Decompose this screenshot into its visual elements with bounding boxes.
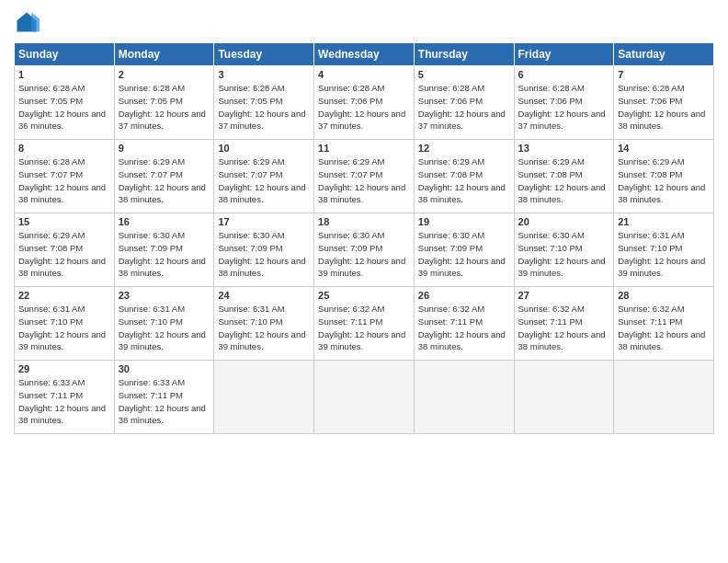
day-info: Sunrise: 6:31 AMSunset: 7:10 PMDaylight:… [18, 303, 110, 353]
day-cell: 27Sunrise: 6:32 AMSunset: 7:11 PMDayligh… [514, 287, 614, 361]
day-info: Sunrise: 6:30 AMSunset: 7:10 PMDaylight:… [518, 229, 610, 280]
col-friday: Friday [514, 43, 614, 66]
col-thursday: Thursday [414, 43, 514, 66]
day-cell: 10Sunrise: 6:29 AMSunset: 7:07 PMDayligh… [214, 140, 314, 213]
day-info: Sunrise: 6:30 AMSunset: 7:09 PMDaylight:… [218, 229, 310, 280]
col-wednesday: Wednesday [314, 43, 415, 66]
day-number: 24 [218, 290, 310, 301]
day-number: 26 [418, 290, 510, 301]
day-number: 19 [418, 216, 510, 227]
day-info: Sunrise: 6:29 AMSunset: 7:07 PMDaylight:… [318, 155, 410, 206]
day-number: 12 [418, 143, 510, 154]
day-cell [614, 361, 714, 434]
day-info: Sunrise: 6:28 AMSunset: 7:05 PMDaylight:… [18, 82, 110, 132]
day-cell: 28Sunrise: 6:32 AMSunset: 7:11 PMDayligh… [614, 287, 714, 361]
day-cell: 22Sunrise: 6:31 AMSunset: 7:10 PMDayligh… [15, 287, 115, 361]
day-info: Sunrise: 6:30 AMSunset: 7:09 PMDaylight:… [418, 229, 510, 280]
day-number: 18 [318, 216, 410, 227]
day-info: Sunrise: 6:33 AMSunset: 7:11 PMDaylight:… [18, 376, 110, 427]
day-cell: 8Sunrise: 6:28 AMSunset: 7:07 PMDaylight… [15, 140, 115, 213]
day-info: Sunrise: 6:31 AMSunset: 7:10 PMDaylight:… [119, 303, 210, 353]
day-number: 1 [18, 69, 110, 80]
day-number: 16 [119, 216, 210, 227]
day-number: 5 [418, 69, 510, 80]
day-cell: 15Sunrise: 6:29 AMSunset: 7:08 PMDayligh… [15, 213, 115, 287]
day-info: Sunrise: 6:28 AMSunset: 7:06 PMDaylight:… [418, 82, 510, 132]
week-row-5: 29Sunrise: 6:33 AMSunset: 7:11 PMDayligh… [15, 361, 714, 434]
day-number: 9 [119, 143, 210, 154]
week-row-3: 15Sunrise: 6:29 AMSunset: 7:08 PMDayligh… [15, 213, 714, 287]
day-number: 10 [218, 143, 310, 154]
day-number: 22 [18, 290, 110, 301]
col-saturday: Saturday [614, 43, 714, 66]
calendar-page: Sunday Monday Tuesday Wednesday Thursday… [0, 0, 728, 563]
day-info: Sunrise: 6:31 AMSunset: 7:10 PMDaylight:… [618, 229, 710, 280]
week-row-1: 1Sunrise: 6:28 AMSunset: 7:05 PMDaylight… [15, 66, 714, 140]
logo [14, 9, 43, 35]
day-cell [514, 361, 614, 434]
day-info: Sunrise: 6:32 AMSunset: 7:11 PMDaylight:… [518, 303, 610, 353]
day-info: Sunrise: 6:29 AMSunset: 7:07 PMDaylight:… [119, 155, 210, 206]
day-cell: 5Sunrise: 6:28 AMSunset: 7:06 PMDaylight… [414, 66, 514, 140]
day-number: 29 [18, 363, 110, 374]
day-number: 30 [119, 363, 210, 374]
day-number: 11 [318, 143, 410, 154]
day-number: 2 [119, 69, 210, 80]
day-cell: 11Sunrise: 6:29 AMSunset: 7:07 PMDayligh… [314, 140, 415, 213]
day-number: 15 [18, 216, 110, 227]
day-info: Sunrise: 6:30 AMSunset: 7:09 PMDaylight:… [119, 229, 210, 280]
day-cell: 29Sunrise: 6:33 AMSunset: 7:11 PMDayligh… [15, 361, 115, 434]
day-info: Sunrise: 6:28 AMSunset: 7:06 PMDaylight:… [318, 82, 410, 132]
day-info: Sunrise: 6:29 AMSunset: 7:08 PMDaylight:… [518, 155, 610, 206]
day-number: 25 [318, 290, 410, 301]
day-number: 21 [618, 216, 710, 227]
day-cell [414, 361, 514, 434]
day-cell [214, 361, 314, 434]
day-number: 28 [618, 290, 710, 301]
day-info: Sunrise: 6:29 AMSunset: 7:08 PMDaylight:… [618, 155, 710, 206]
svg-marker-1 [31, 13, 40, 32]
day-cell: 16Sunrise: 6:30 AMSunset: 7:09 PMDayligh… [114, 213, 214, 287]
day-cell: 2Sunrise: 6:28 AMSunset: 7:05 PMDaylight… [114, 66, 214, 140]
day-cell: 18Sunrise: 6:30 AMSunset: 7:09 PMDayligh… [314, 213, 415, 287]
calendar-body: 1Sunrise: 6:28 AMSunset: 7:05 PMDaylight… [15, 66, 714, 434]
day-cell: 1Sunrise: 6:28 AMSunset: 7:05 PMDaylight… [15, 66, 115, 140]
day-cell: 26Sunrise: 6:32 AMSunset: 7:11 PMDayligh… [414, 287, 514, 361]
calendar-header: Sunday Monday Tuesday Wednesday Thursday… [15, 43, 714, 66]
day-number: 6 [518, 69, 610, 80]
header-row: Sunday Monday Tuesday Wednesday Thursday… [15, 43, 714, 66]
day-cell [314, 361, 415, 434]
day-info: Sunrise: 6:28 AMSunset: 7:06 PMDaylight:… [618, 82, 710, 132]
day-cell: 20Sunrise: 6:30 AMSunset: 7:10 PMDayligh… [514, 213, 614, 287]
day-number: 4 [318, 69, 410, 80]
logo-icon [14, 9, 40, 35]
col-monday: Monday [114, 43, 214, 66]
day-cell: 6Sunrise: 6:28 AMSunset: 7:06 PMDaylight… [514, 66, 614, 140]
day-info: Sunrise: 6:28 AMSunset: 7:05 PMDaylight:… [119, 82, 210, 132]
day-number: 14 [618, 143, 710, 154]
day-number: 23 [119, 290, 210, 301]
col-tuesday: Tuesday [214, 43, 314, 66]
day-info: Sunrise: 6:29 AMSunset: 7:08 PMDaylight:… [418, 155, 510, 206]
day-info: Sunrise: 6:32 AMSunset: 7:11 PMDaylight:… [418, 303, 510, 353]
day-cell: 25Sunrise: 6:32 AMSunset: 7:11 PMDayligh… [314, 287, 415, 361]
col-sunday: Sunday [15, 43, 115, 66]
day-cell: 13Sunrise: 6:29 AMSunset: 7:08 PMDayligh… [514, 140, 614, 213]
day-cell: 23Sunrise: 6:31 AMSunset: 7:10 PMDayligh… [114, 287, 214, 361]
week-row-4: 22Sunrise: 6:31 AMSunset: 7:10 PMDayligh… [15, 287, 714, 361]
day-info: Sunrise: 6:30 AMSunset: 7:09 PMDaylight:… [318, 229, 410, 280]
week-row-2: 8Sunrise: 6:28 AMSunset: 7:07 PMDaylight… [15, 140, 714, 213]
day-cell: 30Sunrise: 6:33 AMSunset: 7:11 PMDayligh… [114, 361, 214, 434]
day-info: Sunrise: 6:29 AMSunset: 7:07 PMDaylight:… [218, 155, 310, 206]
day-number: 20 [518, 216, 610, 227]
day-number: 17 [218, 216, 310, 227]
day-cell: 14Sunrise: 6:29 AMSunset: 7:08 PMDayligh… [614, 140, 714, 213]
day-info: Sunrise: 6:32 AMSunset: 7:11 PMDaylight:… [618, 303, 710, 353]
day-cell: 24Sunrise: 6:31 AMSunset: 7:10 PMDayligh… [214, 287, 314, 361]
day-info: Sunrise: 6:28 AMSunset: 7:06 PMDaylight:… [518, 82, 610, 132]
day-number: 3 [218, 69, 310, 80]
day-info: Sunrise: 6:29 AMSunset: 7:08 PMDaylight:… [18, 229, 110, 280]
day-number: 8 [18, 143, 110, 154]
day-info: Sunrise: 6:31 AMSunset: 7:10 PMDaylight:… [218, 303, 310, 353]
day-cell: 3Sunrise: 6:28 AMSunset: 7:05 PMDaylight… [214, 66, 314, 140]
